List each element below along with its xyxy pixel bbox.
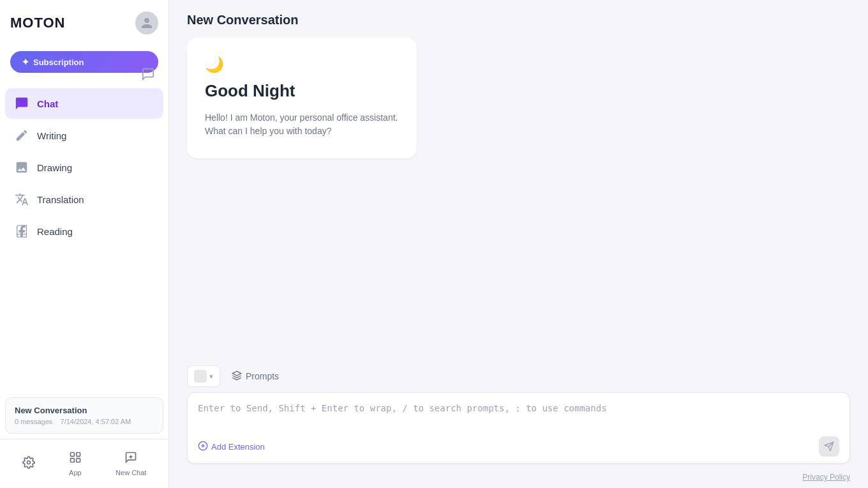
sidebar-item-chat-label: Chat	[37, 98, 58, 109]
chat-icon	[14, 96, 29, 111]
conversation-list: New Conversation 0 messages 7/14/2024, 4…	[0, 392, 168, 439]
app-footer-item[interactable]: App	[63, 447, 88, 480]
conversation-meta: 0 messages 7/14/2024, 4:57:02 AM	[15, 418, 154, 425]
toolbar-row: ▾ Prompts	[187, 365, 850, 387]
avatar[interactable]	[135, 11, 158, 34]
sidebar-item-writing-label: Writing	[37, 130, 66, 141]
new-chat-footer-label: New Chat	[116, 469, 146, 477]
svg-rect-1	[70, 453, 74, 457]
new-chat-icon	[124, 451, 137, 467]
svg-point-0	[27, 461, 30, 464]
svg-rect-3	[70, 459, 74, 462]
privacy-footer: Privacy Policy	[169, 469, 868, 488]
chat-icon-header[interactable]	[138, 64, 158, 84]
chat-input[interactable]	[198, 402, 839, 429]
sidebar-item-translation[interactable]: Translation	[5, 184, 163, 215]
prompts-button[interactable]: Prompts	[227, 367, 284, 386]
sparkle-icon: ✦	[22, 57, 29, 67]
translation-icon	[14, 192, 29, 207]
greeting-title: Good Night	[205, 81, 399, 101]
send-button[interactable]	[819, 436, 839, 457]
conversation-title: New Conversation	[15, 406, 154, 415]
sidebar-item-writing[interactable]: Writing	[5, 120, 163, 151]
model-selector[interactable]: ▾	[187, 365, 220, 387]
nav-items: Chat Writing Drawing Tr	[0, 83, 168, 392]
app-logo: MOTON	[10, 15, 65, 31]
sidebar-item-drawing-label: Drawing	[37, 162, 72, 173]
bottom-area: ▾ Prompts	[169, 358, 868, 469]
main-header: New Conversation	[169, 0, 868, 38]
writing-icon	[14, 128, 29, 143]
app-icon	[69, 451, 82, 467]
page-title: New Conversation	[187, 13, 850, 27]
app-footer-label: App	[69, 469, 82, 477]
chat-area: 🌙 Good Night Hello! I am Moton, your per…	[169, 38, 868, 358]
chevron-down-icon: ▾	[209, 372, 213, 381]
input-container: Add Extension	[187, 392, 850, 464]
conversation-item[interactable]: New Conversation 0 messages 7/14/2024, 4…	[5, 397, 163, 434]
greeting-icon: 🌙	[205, 56, 399, 73]
sidebar-header: MOTON	[0, 0, 168, 46]
sidebar-item-reading[interactable]: Reading	[5, 216, 163, 247]
sidebar-item-translation-label: Translation	[37, 194, 84, 205]
greeting-card: 🌙 Good Night Hello! I am Moton, your per…	[187, 38, 417, 158]
prompts-icon	[232, 370, 242, 383]
input-footer: Add Extension	[198, 436, 839, 457]
settings-icon	[22, 456, 35, 472]
sidebar: MOTON ✦ Subscription Chat	[0, 0, 169, 488]
greeting-text: Hello! I am Moton, your personal office …	[205, 111, 399, 138]
sidebar-item-drawing[interactable]: Drawing	[5, 152, 163, 183]
privacy-policy-link[interactable]: Privacy Policy	[802, 473, 850, 482]
prompts-label: Prompts	[246, 371, 279, 381]
new-chat-footer-item[interactable]: New Chat	[109, 447, 153, 480]
sidebar-item-reading-label: Reading	[37, 226, 73, 237]
reading-icon	[14, 224, 29, 239]
settings-footer-item[interactable]	[16, 452, 41, 476]
svg-rect-4	[77, 459, 80, 462]
add-extension-button[interactable]: Add Extension	[198, 441, 265, 453]
sidebar-footer: App New Chat	[0, 439, 168, 488]
main-content: New Conversation 🌙 Good Night Hello! I a…	[169, 0, 868, 488]
drawing-icon	[14, 160, 29, 175]
subscription-button[interactable]: ✦ Subscription	[10, 51, 158, 73]
svg-rect-2	[77, 453, 80, 457]
sidebar-item-chat[interactable]: Chat	[5, 88, 163, 119]
add-extension-icon	[198, 441, 208, 453]
model-box-icon	[194, 370, 207, 383]
add-extension-label: Add Extension	[211, 442, 265, 452]
